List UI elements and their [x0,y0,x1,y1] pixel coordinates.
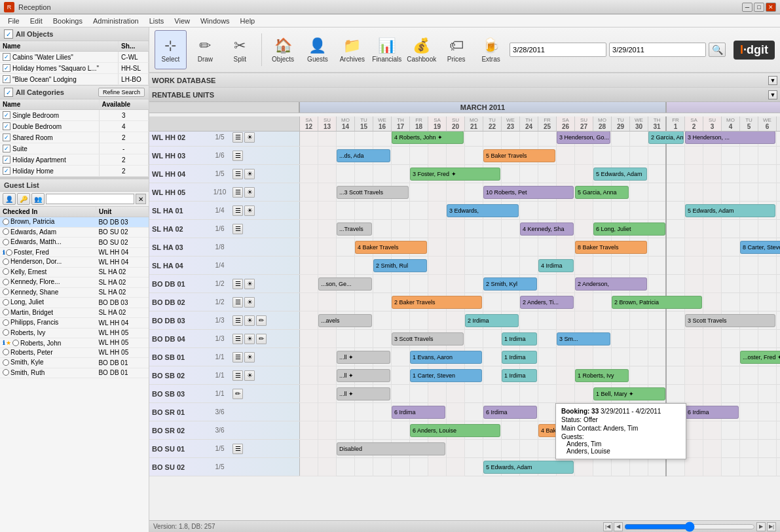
objects-row[interactable]: ✓Holiday Homes "Saquaro L..."HH-SL [0,63,149,74]
calendar-cell[interactable] [355,257,373,275]
calendar-cell[interactable] [722,275,740,293]
pencil-icon[interactable]: ✏ [232,389,243,399]
booking-block[interactable]: 1 Bell, Mary ✦ [593,387,665,400]
calendar-cell[interactable] [685,385,703,403]
calendar-cell[interactable] [373,165,392,183]
calendar-cell[interactable] [502,421,520,440]
calendar-cell[interactable] [703,257,722,275]
calendar-cell[interactable] [685,458,703,476]
calendar-cell[interactable] [538,440,557,458]
menu-bookings[interactable]: Bookings [48,16,88,26]
category-row[interactable]: ✓Double Bedroom4 [0,121,149,132]
booking-block[interactable]: Disabled [337,442,445,455]
calendar-cell[interactable] [447,403,465,421]
calendar-cell[interactable] [630,348,648,366]
calendar-cell[interactable] [777,330,780,348]
calendar-cell[interactable] [318,403,337,421]
booking-block[interactable]: 2 Anderson, [575,277,647,291]
calendar-cell[interactable] [465,440,483,458]
calendar-cell[interactable] [300,147,318,165]
booking-block[interactable]: 1 Irdima [502,369,537,382]
calendar-cell[interactable] [777,275,780,293]
list-icon[interactable]: ☰ [232,334,243,344]
calendar-cell[interactable] [777,403,780,421]
booking-block[interactable]: 2 Garcia, Anna [648,131,684,144]
calendar-cell[interactable] [630,330,648,348]
calendar-cell[interactable] [758,440,777,458]
list-icon[interactable]: ☰ [232,315,243,326]
calendar-cell[interactable] [447,257,465,275]
guest-row[interactable]: Edwards, Matth...BO SU 02 [0,238,149,248]
calendar-cell[interactable] [703,421,722,440]
scroll-left[interactable]: ◀ [614,522,623,531]
booking-block[interactable]: 8 Carter, Steven [740,241,780,254]
list-icon[interactable]: ☰ [232,132,243,143]
calendar-cell[interactable] [703,330,722,348]
booking-block[interactable]: 5 Edwards, Adam [483,461,574,474]
calendar-cell[interactable] [575,147,593,165]
calendar-cell[interactable] [520,311,538,330]
list-icon[interactable]: ☰ [232,151,243,161]
calendar-cell[interactable] [520,165,538,183]
calendar-cell[interactable] [428,385,447,403]
sun-icon[interactable]: ☀ [244,169,255,179]
calendar-cell[interactable] [392,147,410,165]
calendar-cell[interactable] [685,348,703,366]
calendar-cell[interactable] [758,275,777,293]
calendar-cell[interactable] [703,275,722,293]
maximize-button[interactable]: □ [754,3,764,12]
calendar-cell[interactable] [557,147,575,165]
calendar-cell[interactable] [428,257,447,275]
calendar-cell[interactable] [722,220,740,238]
calendar-cell[interactable] [373,293,392,311]
calendar-cell[interactable] [318,440,337,458]
calendar-cell[interactable] [667,257,685,275]
calendar-cell[interactable] [538,202,557,220]
guest-row[interactable]: Philipps, FrancisWL HH 04 [0,318,149,328]
calendar-cell[interactable] [502,238,520,257]
calendar-cell[interactable] [337,458,355,476]
calendar-cell[interactable] [648,238,667,257]
calendar-cell[interactable] [355,293,373,311]
calendar-cell[interactable] [685,366,703,385]
calendar-cell[interactable] [318,366,337,385]
calendar-cell[interactable] [538,165,557,183]
booking-block[interactable]: ...avels [318,314,372,327]
calendar-cell[interactable] [502,220,520,238]
calendar-cell[interactable] [557,385,575,403]
booking-block[interactable]: 4 Kennedy, Sha [520,222,574,236]
calendar-cell[interactable] [355,458,373,476]
calendar-cell[interactable] [538,366,557,385]
calendar-cell[interactable] [557,275,575,293]
calendar-cell[interactable] [318,238,337,257]
calendar-scroll-container[interactable]: MARCH 2011APRIL 2011SA12SU13MO14TU15WE16… [149,102,780,520]
calendar-cell[interactable] [575,257,593,275]
calendar-cell[interactable] [355,165,373,183]
booking-block[interactable]: ...ll ✦ [337,387,390,400]
calendar-cell[interactable] [758,403,777,421]
calendar-cell[interactable] [648,275,667,293]
booking-block[interactable]: 8 Baker Travels [575,241,647,254]
calendar-cell[interactable] [300,275,318,293]
list-icon[interactable]: ☰ [232,370,243,381]
scroll-left-start[interactable]: |◀ [603,522,612,531]
calendar-cell[interactable] [667,238,685,257]
calendar-cell[interactable] [355,330,373,348]
calendar-cell[interactable] [703,348,722,366]
calendar-cell[interactable] [648,165,667,183]
calendar-cell[interactable] [612,147,630,165]
sun-icon[interactable]: ☀ [244,297,255,308]
calendar-cell[interactable] [758,293,777,311]
calendar-cell[interactable] [502,440,520,458]
calendar-cell[interactable] [483,257,502,275]
calendar-cell[interactable] [740,403,758,421]
calendar-cell[interactable] [300,348,318,366]
calendar-cell[interactable] [538,348,557,366]
booking-block[interactable]: ...Travels [337,222,372,236]
booking-block[interactable]: 2 Irdima [465,314,519,327]
calendar-cell[interactable] [392,458,410,476]
calendar-cell[interactable] [777,311,780,330]
calendar-cell[interactable] [703,385,722,403]
calendar-cell[interactable] [667,348,685,366]
calendar-cell[interactable] [667,385,685,403]
